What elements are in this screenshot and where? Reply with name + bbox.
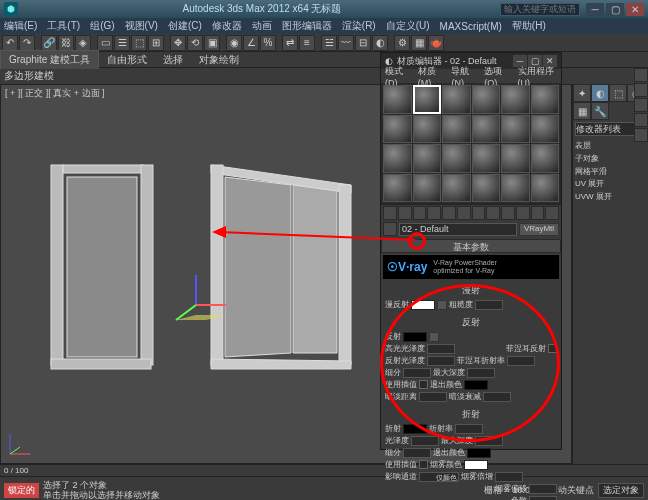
dispersion-spinner[interactable] xyxy=(529,496,557,501)
material-slot[interactable] xyxy=(531,85,560,114)
put-to-scene-button[interactable] xyxy=(398,206,412,220)
material-slot[interactable] xyxy=(531,144,560,173)
menu-maxscript[interactable]: MAXScript(M) xyxy=(440,21,502,32)
material-slot[interactable] xyxy=(383,115,412,144)
material-slot[interactable] xyxy=(472,144,501,173)
material-slot[interactable] xyxy=(383,144,412,173)
go-parent-button[interactable] xyxy=(531,206,545,220)
interp-checkbox[interactable] xyxy=(419,380,428,389)
scale-button[interactable]: ▣ xyxy=(204,35,220,51)
material-slot[interactable] xyxy=(442,115,471,144)
refract-color-swatch[interactable] xyxy=(403,424,427,434)
go-sibling-button[interactable] xyxy=(545,206,559,220)
diffuse-color-swatch[interactable] xyxy=(411,300,435,310)
material-slot[interactable] xyxy=(501,144,530,173)
hierarchy-tab[interactable]: ⬚ xyxy=(609,84,627,102)
side-btn[interactable] xyxy=(634,83,648,97)
layers-button[interactable]: ☱ xyxy=(321,35,337,51)
assign-to-selection-button[interactable] xyxy=(413,206,427,220)
ribbon-panel-label[interactable]: 多边形建模 xyxy=(4,69,54,83)
side-btn[interactable] xyxy=(634,128,648,142)
material-slot[interactable] xyxy=(531,174,560,203)
render-frame-button[interactable]: ▦ xyxy=(411,35,427,51)
selection-set-dropdown[interactable]: 选定对象 xyxy=(598,483,644,498)
menu-help[interactable]: 帮助(H) xyxy=(512,19,546,33)
percent-snap-button[interactable]: % xyxy=(260,35,276,51)
material-slot[interactable] xyxy=(383,174,412,203)
modify-tab[interactable]: ◐ xyxy=(591,84,609,102)
refr-exit-swatch[interactable] xyxy=(467,448,491,458)
make-copy-button[interactable] xyxy=(442,206,456,220)
material-slot[interactable] xyxy=(442,85,471,114)
mirror-button[interactable]: ⇄ xyxy=(282,35,298,51)
tab-selection[interactable]: 选择 xyxy=(155,51,191,69)
menu-views[interactable]: 视图(V) xyxy=(125,19,158,33)
fresnel-checkbox[interactable] xyxy=(548,344,557,353)
display-tab[interactable]: ▦ xyxy=(573,102,591,120)
subdivs-spinner[interactable] xyxy=(403,368,431,378)
show-end-result-button[interactable] xyxy=(516,206,530,220)
maximize-button[interactable]: ▢ xyxy=(606,3,624,16)
fog-bias-spinner[interactable] xyxy=(529,484,557,494)
diffuse-map-button[interactable] xyxy=(437,300,447,310)
link-button[interactable]: 🔗 xyxy=(41,35,57,51)
material-slot[interactable] xyxy=(442,174,471,203)
material-name-input[interactable] xyxy=(399,223,517,236)
reflect-map-button[interactable] xyxy=(429,332,439,342)
dim-falloff-spinner[interactable] xyxy=(483,392,511,402)
affect-channels-dropdown[interactable]: 仅颜色 xyxy=(419,472,459,482)
menu-render[interactable]: 渲染(R) xyxy=(342,19,376,33)
tab-graphite[interactable]: Graphite 建模工具 xyxy=(0,50,99,69)
material-slot[interactable] xyxy=(413,115,442,144)
app-logo-icon[interactable]: ⬢ xyxy=(4,2,18,16)
reflect-color-swatch[interactable] xyxy=(403,332,427,342)
side-btn[interactable] xyxy=(634,98,648,112)
exit-color-swatch[interactable] xyxy=(464,380,488,390)
redo-button[interactable]: ↷ xyxy=(19,35,35,51)
select-button[interactable]: ▭ xyxy=(97,35,113,51)
render-setup-button[interactable]: ⚙ xyxy=(394,35,410,51)
put-to-library-button[interactable] xyxy=(472,206,486,220)
select-rect-button[interactable]: ⬚ xyxy=(131,35,147,51)
material-slot[interactable] xyxy=(531,115,560,144)
material-editor-button[interactable]: ◐ xyxy=(372,35,388,51)
material-slot-active[interactable] xyxy=(413,85,442,114)
material-slot[interactable] xyxy=(501,85,530,114)
material-slot[interactable] xyxy=(383,85,412,114)
hilight-spinner[interactable] xyxy=(427,344,455,354)
ior-spinner[interactable] xyxy=(455,424,483,434)
dim-spinner[interactable] xyxy=(419,392,447,402)
material-slot[interactable] xyxy=(472,115,501,144)
make-unique-button[interactable] xyxy=(457,206,471,220)
refr-gloss-spinner[interactable] xyxy=(411,436,439,446)
menu-edit[interactable]: 编辑(E) xyxy=(4,19,37,33)
menu-group[interactable]: 组(G) xyxy=(90,19,114,33)
minimize-button[interactable]: ─ xyxy=(586,3,604,16)
roughness-spinner[interactable] xyxy=(475,300,503,310)
refr-subdivs-spinner[interactable] xyxy=(403,448,431,458)
window-cross-button[interactable]: ⊞ xyxy=(148,35,164,51)
material-slot[interactable] xyxy=(501,115,530,144)
snap-button[interactable]: ◉ xyxy=(226,35,242,51)
reset-button[interactable] xyxy=(427,206,441,220)
material-slot[interactable] xyxy=(472,85,501,114)
fresnel-ior-spinner[interactable] xyxy=(507,356,535,366)
material-slot[interactable] xyxy=(413,144,442,173)
pick-material-button[interactable] xyxy=(383,222,397,236)
viewport-label[interactable]: [ + ][ 正交 ][ 真实 + 边面 ] xyxy=(5,87,105,100)
help-search-input[interactable] xyxy=(500,3,580,16)
curve-editor-button[interactable]: 〰 xyxy=(338,35,354,51)
schematic-button[interactable]: ⊟ xyxy=(355,35,371,51)
side-btn[interactable] xyxy=(634,68,648,82)
show-map-button[interactable] xyxy=(501,206,515,220)
rollout-basic-params[interactable]: 基本参数 xyxy=(381,239,561,253)
angle-snap-button[interactable]: ∠ xyxy=(243,35,259,51)
side-btn[interactable] xyxy=(634,113,648,127)
menu-tools[interactable]: 工具(T) xyxy=(47,19,80,33)
refr-maxdepth-spinner[interactable] xyxy=(475,436,503,446)
render-button[interactable]: 🫖 xyxy=(428,35,444,51)
unlink-button[interactable]: ⛓ xyxy=(58,35,74,51)
tab-freeform[interactable]: 自由形式 xyxy=(99,51,155,69)
material-slot[interactable] xyxy=(442,144,471,173)
align-button[interactable]: ≡ xyxy=(299,35,315,51)
